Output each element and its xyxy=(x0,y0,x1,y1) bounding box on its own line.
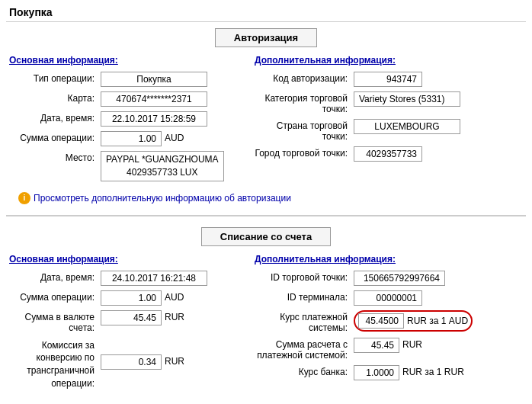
label-amount-wo: Сумма операции: xyxy=(9,290,101,303)
auth-left-label: Основная информация: xyxy=(9,55,245,66)
value-bank-rate: 1.0000 xyxy=(354,365,399,380)
authorization-title: Авторизация xyxy=(215,28,317,47)
label-bank-rate: Курс банка: xyxy=(255,365,354,377)
field-merchant-country: Страна торговой точки: LUXEMBOURG xyxy=(255,119,523,142)
writeoff-left-col: Основная информация: Дата, время: 24.10.… xyxy=(9,254,245,395)
label-terminal-id: ID терминала: xyxy=(255,290,354,303)
writeoff-right-col: Дополнительная информация: ID торговой т… xyxy=(255,254,523,395)
field-terminal-id: ID терминала: 00000001 xyxy=(255,290,523,306)
value-payment-amount: 45.45 xyxy=(354,338,399,353)
label-merchant-category: Категория торговой точки: xyxy=(255,91,354,114)
unit-commission: RUR xyxy=(162,354,184,367)
value-auth-code: 943747 xyxy=(354,72,422,87)
field-amount-auth: Сумма операции: 1.00 AUD xyxy=(9,131,245,146)
auth-right-label: Дополнительная информация: xyxy=(255,55,523,66)
field-amount-wo: Сумма операции: 1.00 AUD xyxy=(9,290,245,306)
auth-right-col: Дополнительная информация: Код авторизац… xyxy=(255,55,523,186)
value-place: PAYPAL *GUANGZHOUMA4029357733 LUX xyxy=(101,151,224,181)
writeoff-columns: Основная информация: Дата, время: 24.10.… xyxy=(9,254,523,395)
field-commission: Комиссия за конверсию по трансграничной … xyxy=(9,338,245,390)
value-amount-auth: 1.00 xyxy=(101,131,162,146)
unit-amount-currency: RUR xyxy=(162,310,184,322)
authorization-columns: Основная информация: Тип операции: Покуп… xyxy=(9,55,523,186)
value-merchant-country: LUXEMBOURG xyxy=(354,119,460,134)
unit-amount-wo: AUD xyxy=(162,290,184,303)
value-merchant-city: 4029357733 xyxy=(354,146,422,162)
label-exchange-rate: Курс платежной системы: xyxy=(255,310,354,333)
page-title: Покупка xyxy=(0,0,532,21)
value-datetime-auth: 22.10.2017 15:28:59 xyxy=(101,111,207,127)
unit-bank-rate: RUR за 1 RUR xyxy=(399,365,464,377)
label-amount-auth: Сумма операции: xyxy=(9,131,101,143)
value-terminal-id: 00000001 xyxy=(354,290,422,306)
unit-amount-auth: AUD xyxy=(162,131,184,143)
label-merchant-city: Город торговой точки: xyxy=(255,146,354,159)
value-operation-type: Покупка xyxy=(101,72,207,87)
field-auth-code: Код авторизации: 943747 xyxy=(255,72,523,87)
label-operation-type: Тип операции: xyxy=(9,72,101,84)
unit-payment-amount: RUR xyxy=(399,338,422,350)
label-payment-amount: Сумма расчета с платежной системой: xyxy=(255,338,354,361)
value-commission: 0.34 xyxy=(101,354,162,370)
info-link[interactable]: Просмотреть дополнительную информацию об… xyxy=(34,193,291,204)
value-merchant-id: 150665792997664 xyxy=(354,271,445,286)
label-commission: Комиссия за конверсию по трансграничной … xyxy=(9,338,101,390)
exchange-rate-highlight: 45.4500 RUR за 1 AUD xyxy=(354,310,473,332)
writeoff-left-label: Основная информация: xyxy=(9,254,245,265)
info-link-row: i Просмотреть дополнительную информацию … xyxy=(9,192,523,204)
label-datetime-auth: Дата, время: xyxy=(9,111,101,123)
writeoff-title: Списание со счета xyxy=(201,227,331,246)
label-datetime-wo: Дата, время: xyxy=(9,271,101,283)
field-merchant-id: ID торговой точки: 150665792997664 xyxy=(255,271,523,286)
field-exchange-rate: Курс платежной системы: 45.4500 RUR за 1… xyxy=(255,310,523,333)
value-exchange-rate: 45.4500 xyxy=(358,313,404,329)
label-merchant-country: Страна торговой точки: xyxy=(255,119,354,142)
value-card: 470674*******2371 xyxy=(101,91,207,107)
auth-left-col: Основная информация: Тип операции: Покуп… xyxy=(9,55,245,186)
field-merchant-category: Категория торговой точки: Variety Stores… xyxy=(255,91,523,114)
value-amount-wo: 1.00 xyxy=(101,290,162,306)
field-datetime-auth: Дата, время: 22.10.2017 15:28:59 xyxy=(9,111,245,127)
field-bank-rate: Курс банка: 1.0000 RUR за 1 RUR xyxy=(255,365,523,380)
field-card: Карта: 470674*******2371 xyxy=(9,91,245,107)
field-operation-type: Тип операции: Покупка xyxy=(9,72,245,87)
label-amount-currency: Сумма в валюте счета: xyxy=(9,310,101,333)
writeoff-section: Списание со счета Основная информация: Д… xyxy=(0,221,532,401)
field-payment-amount: Сумма расчета с платежной системой: 45.4… xyxy=(255,338,523,361)
value-merchant-category: Variety Stores (5331) xyxy=(354,91,460,107)
authorization-section: Авторизация Основная информация: Тип опе… xyxy=(0,22,532,210)
field-datetime-wo: Дата, время: 24.10.2017 16:21:48 xyxy=(9,271,245,286)
label-place: Место: xyxy=(9,151,101,163)
field-merchant-city: Город торговой точки: 4029357733 xyxy=(255,146,523,162)
writeoff-header: Списание со счета xyxy=(9,227,523,246)
unit-exchange-rate: RUR за 1 AUD xyxy=(407,316,468,326)
label-merchant-id: ID торговой точки: xyxy=(255,271,354,283)
label-auth-code: Код авторизации: xyxy=(255,72,354,84)
value-datetime-wo: 24.10.2017 16:21:48 xyxy=(101,271,207,286)
label-card: Карта: xyxy=(9,91,101,104)
field-place: Место: PAYPAL *GUANGZHOUMA4029357733 LUX xyxy=(9,151,245,181)
writeoff-right-label: Дополнительная информация: xyxy=(255,254,523,265)
value-amount-currency: 45.45 xyxy=(101,310,162,325)
info-icon: i xyxy=(18,192,30,204)
authorization-header: Авторизация xyxy=(9,28,523,47)
field-amount-currency: Сумма в валюте счета: 45.45 RUR xyxy=(9,310,245,333)
section-divider xyxy=(6,215,526,216)
